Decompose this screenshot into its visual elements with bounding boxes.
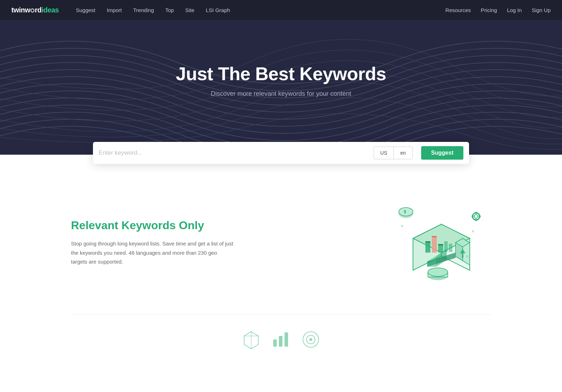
svg-rect-6	[432, 236, 437, 237]
svg-text:×: ×	[401, 223, 403, 229]
svg-point-29	[428, 268, 448, 276]
nav-links-right: Resources Pricing Log In Sign Up	[445, 7, 551, 13]
svg-rect-38	[285, 332, 288, 347]
svg-rect-7	[438, 245, 443, 253]
logo-ideas: ideas	[42, 6, 59, 14]
nav-site[interactable]: Site	[185, 7, 194, 13]
svg-rect-36	[273, 339, 277, 347]
svg-rect-4	[425, 241, 430, 243]
bottom-icon-2	[270, 329, 292, 350]
nav-resources[interactable]: Resources	[445, 7, 471, 13]
nav-suggest[interactable]: Suggest	[76, 7, 95, 13]
hero-content: Just The Best Keywords Discover more rel…	[176, 63, 386, 98]
svg-text:×: ×	[466, 254, 469, 259]
svg-rect-23	[475, 212, 477, 214]
logo[interactable]: twinwrd ideas	[11, 6, 59, 14]
search-bar: US en Suggest	[93, 142, 469, 164]
bottom-section-hint	[0, 315, 562, 357]
hero-section: Just The Best Keywords Discover more rel…	[0, 20, 562, 155]
search-input[interactable]	[99, 149, 369, 156]
svg-rect-25	[472, 215, 474, 217]
search-controls: US en	[374, 147, 413, 159]
svg-rect-26	[479, 215, 481, 217]
feature-description: Stop going through long keyword lists. S…	[71, 239, 234, 266]
nav-links-left: Suggest Import Trending Top Site LSI Gra…	[76, 7, 446, 13]
hero-subtitle: Discover more relevant keywords for your…	[176, 90, 386, 98]
language-selector[interactable]: en	[393, 147, 413, 159]
bottom-icon-3	[300, 329, 321, 350]
nav-lsi-graph[interactable]: LSI Graph	[206, 7, 230, 13]
nav-login[interactable]: Log In	[507, 7, 522, 13]
nav-import[interactable]: Import	[107, 7, 122, 13]
feature-illustration: $ ×	[392, 192, 491, 293]
svg-text:$: $	[404, 209, 406, 214]
svg-rect-24	[475, 219, 477, 221]
svg-rect-5	[432, 237, 437, 253]
svg-text:×: ×	[472, 228, 474, 234]
svg-rect-3	[425, 242, 430, 253]
feature-text-block: Relevant Keywords Only Stop going throug…	[71, 219, 234, 266]
country-selector[interactable]: US	[374, 147, 393, 159]
bottom-icon-1	[241, 329, 262, 350]
suggest-button[interactable]: Suggest	[421, 146, 463, 160]
svg-rect-8	[438, 244, 443, 245]
nav-trending[interactable]: Trending	[133, 7, 154, 13]
feature-title: Relevant Keywords Only	[71, 219, 234, 232]
nav-signup[interactable]: Sign Up	[532, 7, 551, 13]
search-section: US en Suggest	[0, 142, 562, 164]
nav-pricing[interactable]: Pricing	[481, 7, 497, 13]
hero-title: Just The Best Keywords	[176, 63, 386, 84]
svg-rect-10	[449, 244, 452, 252]
feature-illustration-svg: $ ×	[392, 192, 491, 292]
features-section: Relevant Keywords Only Stop going throug…	[0, 164, 562, 314]
svg-point-41	[309, 338, 312, 341]
svg-rect-37	[279, 336, 282, 347]
nav-top[interactable]: Top	[165, 7, 174, 13]
navbar: twinwrd ideas Suggest Import Trending To…	[0, 0, 562, 20]
logo-twinword: twinwrd	[11, 6, 42, 14]
svg-point-22	[474, 215, 478, 218]
